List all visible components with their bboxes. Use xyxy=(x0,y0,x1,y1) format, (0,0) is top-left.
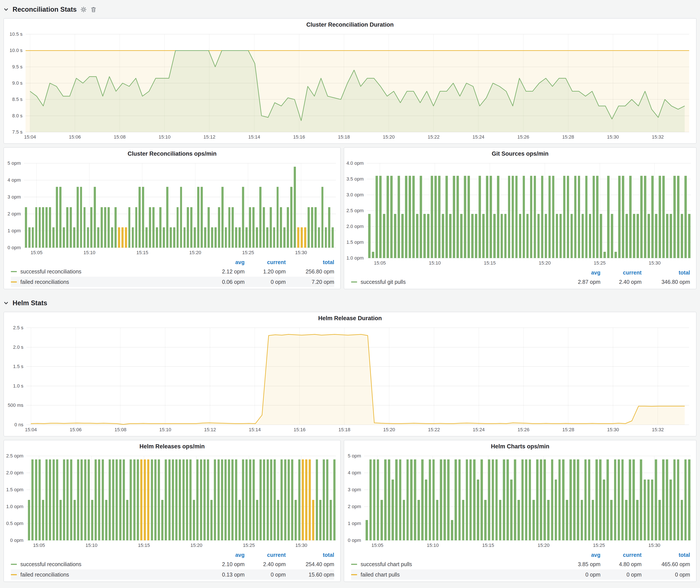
legend-header: avgcurrenttotal xyxy=(351,551,690,559)
x-axis-label: 15:10 xyxy=(159,427,171,432)
helm-releases-opm-chart[interactable]: 0 opm0.5 opm1.0 opm1.5 opm2.0 opm2.5 opm… xyxy=(4,452,340,550)
series-label[interactable]: successful git pulls xyxy=(361,279,406,285)
section-reconciliation-stats[interactable]: Reconciliation Stats xyxy=(3,3,697,16)
x-axis-label: 15:25 xyxy=(594,260,606,266)
legend-header: avgcurrenttotal xyxy=(11,258,334,266)
legend-value: 0 opm xyxy=(245,572,286,578)
y-axis-label: 0 opm xyxy=(8,245,21,250)
x-axis-label: 15:12 xyxy=(203,134,215,140)
y-axis-label: 2.0 opm xyxy=(6,470,24,475)
legend-column-avg[interactable]: avg xyxy=(559,552,600,558)
legend-column-current[interactable]: current xyxy=(245,259,286,265)
legend-row: failed reconciliations0.13 opm0 opm15.60… xyxy=(11,569,334,580)
y-axis-label: 3 opm xyxy=(8,194,21,200)
helm-release-duration-chart[interactable]: 0 ns500 ms1.0 s1.5 s2.0 s2.5 s15:0415:06… xyxy=(4,324,696,435)
legend-series: successful reconciliations xyxy=(11,268,203,275)
git-sources-opm-chart[interactable]: 1.0 opm1.5 opm2.0 opm2.5 opm3.0 opm3.5 o… xyxy=(344,160,696,268)
x-axis-label: 15:05 xyxy=(33,543,45,548)
panel-title[interactable]: Cluster Reconciliations ops/min xyxy=(4,148,340,160)
y-axis-label: 9.0 s xyxy=(12,80,23,86)
series-label[interactable]: failed chart pulls xyxy=(361,572,400,578)
legend-row: failed reconciliations0.06 opm0 opm7.20 … xyxy=(11,277,334,287)
x-axis-label: 15:24 xyxy=(473,427,485,432)
legend-column-total[interactable]: total xyxy=(286,552,334,558)
series-color-swatch xyxy=(11,574,17,575)
legend: avgcurrenttotalsuccessful reconciliation… xyxy=(4,258,340,289)
legend-row: successful reconciliations2.12 opm1.20 o… xyxy=(11,266,334,277)
legend: avgcurrenttotalsuccessful chart pulls3.8… xyxy=(344,550,696,582)
cluster-reconciliations-opm-chart[interactable]: 0 opm1 opm2 opm3 opm4 opm5 opm15:0515:10… xyxy=(4,160,340,258)
y-axis-label: 7.5 s xyxy=(12,129,23,135)
y-axis-label: 2 opm xyxy=(8,211,21,216)
gear-icon[interactable] xyxy=(81,6,87,13)
panel-cluster-reconciliation-duration: Cluster Reconciliation Duration 7.5 s8.0… xyxy=(3,18,697,144)
legend-value: 0 opm xyxy=(245,279,286,285)
legend-value: 0 opm xyxy=(642,572,690,578)
x-axis-label: 15:05 xyxy=(371,543,383,548)
y-axis-label: 3 opm xyxy=(348,487,361,492)
panel-title[interactable]: Helm Release Duration xyxy=(4,312,696,324)
y-axis-label: 0.5 opm xyxy=(6,521,24,526)
x-axis-label: 15:30 xyxy=(649,260,661,266)
helm-charts-opm-svg: 0 opm1 opm2 opm3 opm4 opm5 opm15:0515:10… xyxy=(344,452,696,550)
helm-charts-opm-chart[interactable]: 0 opm1 opm2 opm3 opm4 opm5 opm15:0515:10… xyxy=(344,452,696,550)
x-axis-label: 15:20 xyxy=(383,134,395,140)
x-axis-label: 15:10 xyxy=(84,250,95,255)
legend: avgcurrenttotalsuccessful reconciliation… xyxy=(4,550,340,582)
legend-value: 2.40 opm xyxy=(600,279,642,285)
series-label[interactable]: successful reconciliations xyxy=(20,268,81,275)
legend-column-avg[interactable]: avg xyxy=(203,259,245,265)
chevron-down-icon xyxy=(3,300,9,306)
legend-value: 2.12 opm xyxy=(203,268,245,275)
legend-column-avg[interactable]: avg xyxy=(203,552,245,558)
x-axis-label: 15:26 xyxy=(518,427,529,432)
x-axis-label: 15:30 xyxy=(295,543,307,548)
y-axis-label: 10.0 s xyxy=(10,48,23,53)
panel-title[interactable]: Helm Releases ops/min xyxy=(4,440,340,452)
panel-title[interactable]: Git Sources ops/min xyxy=(344,148,696,160)
series-color-swatch xyxy=(11,281,17,283)
y-axis-label: 5 opm xyxy=(348,453,361,459)
legend-column-total[interactable]: total xyxy=(286,259,334,265)
legend-column-avg[interactable]: avg xyxy=(559,270,600,276)
x-axis-label: 15:28 xyxy=(562,427,574,432)
legend-column-current[interactable]: current xyxy=(600,552,642,558)
legend-column-current[interactable]: current xyxy=(245,552,286,558)
series-label[interactable]: failed reconciliations xyxy=(20,572,69,578)
y-axis-label: 1 opm xyxy=(8,228,21,233)
panel-helm-releases-opm: Helm Releases ops/min 0 opm0.5 opm1.0 op… xyxy=(3,440,341,582)
x-axis-label: 15:20 xyxy=(190,543,202,548)
helm-release-duration-svg: 0 ns500 ms1.0 s1.5 s2.0 s2.5 s15:0415:06… xyxy=(4,324,696,435)
trash-icon[interactable] xyxy=(90,6,97,13)
panel-helm-charts-opm: Helm Charts ops/min 0 opm1 opm2 opm3 opm… xyxy=(344,440,697,582)
cluster-reconciliation-duration-chart[interactable]: 7.5 s8.0 s8.5 s9.0 s9.5 s10.0 s10.5 s15:… xyxy=(4,31,696,142)
series-label[interactable]: failed reconciliations xyxy=(20,279,69,285)
legend-row: failed chart pulls0 opm0 opm0 opm xyxy=(351,569,690,580)
legend-column-total[interactable]: total xyxy=(642,270,690,276)
x-axis-label: 15:32 xyxy=(652,134,664,140)
x-axis-label: 15:14 xyxy=(249,427,261,432)
y-axis-label: 2 opm xyxy=(348,504,361,509)
series-label[interactable]: successful chart pulls xyxy=(361,561,412,567)
x-axis-label: 15:30 xyxy=(607,134,619,140)
legend-value: 0 opm xyxy=(600,572,642,578)
section-helm-stats[interactable]: Helm Stats xyxy=(3,297,697,309)
legend-row: successful git pulls2.87 opm2.40 opm346.… xyxy=(351,277,690,287)
x-axis-label: 15:26 xyxy=(517,134,529,140)
legend-row: successful chart pulls3.85 opm4.80 opm46… xyxy=(351,559,690,569)
legend-series: failed chart pulls xyxy=(351,572,559,578)
legend-column-total[interactable]: total xyxy=(642,552,690,558)
section-title: Reconciliation Stats xyxy=(13,6,77,13)
series-label[interactable]: successful reconciliations xyxy=(20,561,81,567)
legend-row: successful reconciliations2.10 opm2.40 o… xyxy=(11,559,334,569)
x-axis-label: 15:22 xyxy=(428,134,440,140)
x-axis-label: 15:08 xyxy=(114,134,126,140)
legend-column-current[interactable]: current xyxy=(600,270,642,276)
y-axis-label: 0 ns xyxy=(14,422,23,427)
x-axis-label: 15:14 xyxy=(248,134,260,140)
panel-title[interactable]: Helm Charts ops/min xyxy=(344,440,696,452)
series-color-swatch xyxy=(351,564,357,565)
panel-title[interactable]: Cluster Reconciliation Duration xyxy=(4,19,696,31)
y-axis-label: 8.5 s xyxy=(12,97,23,102)
y-axis-label: 5 opm xyxy=(8,160,21,166)
